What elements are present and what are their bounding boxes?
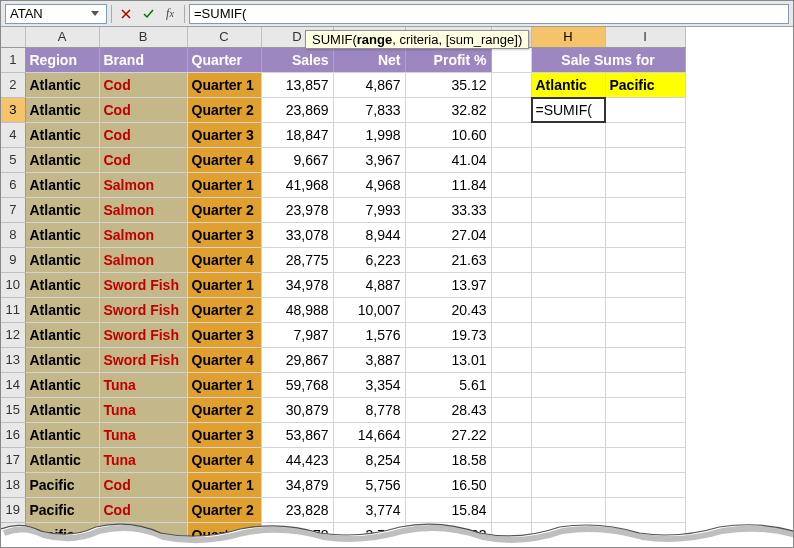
cell-brand-11[interactable]: Sword Fish [99, 297, 187, 322]
cell-region-15[interactable]: Atlantic [25, 397, 99, 422]
cell-quarter-14[interactable]: Quarter 1 [187, 372, 261, 397]
cell-net-14[interactable]: 3,354 [333, 372, 405, 397]
row-header-3[interactable]: 3 [1, 97, 25, 122]
cell-profit-3[interactable]: 32.82 [405, 97, 491, 122]
cell-brand-12[interactable]: Sword Fish [99, 322, 187, 347]
cell-G8[interactable] [491, 222, 531, 247]
cell-H11[interactable] [531, 297, 605, 322]
cell-brand-18[interactable]: Cod [99, 472, 187, 497]
row-header-12[interactable]: 12 [1, 322, 25, 347]
cell-G10[interactable] [491, 272, 531, 297]
cell-net-5[interactable]: 3,967 [333, 147, 405, 172]
spreadsheet-grid[interactable]: ABCDEFGHI 1RegionBrandQuarterSalesNetPro… [1, 27, 793, 547]
cell-sales-16[interactable]: 53,867 [261, 422, 333, 447]
cell-brand-5[interactable]: Cod [99, 147, 187, 172]
row-header-14[interactable]: 14 [1, 372, 25, 397]
cell-profit-7[interactable]: 33.33 [405, 197, 491, 222]
cell-profit-17[interactable]: 18.58 [405, 447, 491, 472]
cell-profit-20[interactable]: 12.03 [405, 522, 491, 547]
row-header-15[interactable]: 15 [1, 397, 25, 422]
cell-brand-19[interactable]: Cod [99, 497, 187, 522]
cell-I6[interactable] [605, 172, 685, 197]
cell-sales-4[interactable]: 18,847 [261, 122, 333, 147]
cell-quarter-18[interactable]: Quarter 1 [187, 472, 261, 497]
cell-G18[interactable] [491, 472, 531, 497]
cell-net-12[interactable]: 1,576 [333, 322, 405, 347]
cell-brand-20[interactable]: Cod [99, 522, 187, 547]
cell-brand-2[interactable]: Cod [99, 72, 187, 97]
header-profit[interactable]: Profit % [405, 47, 491, 72]
cell-G11[interactable] [491, 297, 531, 322]
cell-region-13[interactable]: Atlantic [25, 347, 99, 372]
row-header-7[interactable]: 7 [1, 197, 25, 222]
cell-profit-4[interactable]: 10.60 [405, 122, 491, 147]
row-header-18[interactable]: 18 [1, 472, 25, 497]
cell-G9[interactable] [491, 247, 531, 272]
cell-region-20[interactable]: Pacific [25, 522, 99, 547]
cell-sales-9[interactable]: 28,775 [261, 247, 333, 272]
cell-G13[interactable] [491, 347, 531, 372]
row-header-20[interactable]: 20 [1, 522, 25, 547]
row-header-13[interactable]: 13 [1, 347, 25, 372]
cell-quarter-20[interactable]: Quarter 3 [187, 522, 261, 547]
cell-I8[interactable] [605, 222, 685, 247]
cell-G5[interactable] [491, 147, 531, 172]
cell-quarter-9[interactable]: Quarter 4 [187, 247, 261, 272]
cell-net-9[interactable]: 6,223 [333, 247, 405, 272]
header-region[interactable]: Region [25, 47, 99, 72]
cell-H12[interactable] [531, 322, 605, 347]
row-header-9[interactable]: 9 [1, 247, 25, 272]
cell-region-6[interactable]: Atlantic [25, 172, 99, 197]
cell-sales-2[interactable]: 13,857 [261, 72, 333, 97]
header-sale-sums[interactable]: Sale Sums for [531, 47, 685, 72]
enter-button[interactable] [138, 4, 158, 24]
cell-region-10[interactable]: Atlantic [25, 272, 99, 297]
cell-I5[interactable] [605, 147, 685, 172]
cell-H16[interactable] [531, 422, 605, 447]
row-header-4[interactable]: 4 [1, 122, 25, 147]
cell-profit-8[interactable]: 27.04 [405, 222, 491, 247]
cell-net-6[interactable]: 4,968 [333, 172, 405, 197]
column-header-C[interactable]: C [187, 27, 261, 47]
cell-H18[interactable] [531, 472, 605, 497]
cell-G20[interactable] [491, 522, 531, 547]
cell-brand-15[interactable]: Tuna [99, 397, 187, 422]
cell-net-10[interactable]: 4,887 [333, 272, 405, 297]
cell-region-18[interactable]: Pacific [25, 472, 99, 497]
cell-H6[interactable] [531, 172, 605, 197]
cell-quarter-10[interactable]: Quarter 1 [187, 272, 261, 297]
name-box[interactable]: ATAN [5, 4, 107, 24]
cell-region-8[interactable]: Atlantic [25, 222, 99, 247]
cell-sales-13[interactable]: 29,867 [261, 347, 333, 372]
cell-quarter-2[interactable]: Quarter 1 [187, 72, 261, 97]
cell-quarter-15[interactable]: Quarter 2 [187, 397, 261, 422]
row-header-19[interactable]: 19 [1, 497, 25, 522]
insert-function-button[interactable]: fx [160, 4, 180, 24]
cell-profit-18[interactable]: 16.50 [405, 472, 491, 497]
cell-H15[interactable] [531, 397, 605, 422]
cell-H17[interactable] [531, 447, 605, 472]
cell-sales-12[interactable]: 7,987 [261, 322, 333, 347]
formula-input[interactable]: =SUMIF( [189, 4, 789, 24]
cell-G17[interactable] [491, 447, 531, 472]
cell-G12[interactable] [491, 322, 531, 347]
cell-region-16[interactable]: Atlantic [25, 422, 99, 447]
cell-I2[interactable]: Pacific [605, 72, 685, 97]
cell-quarter-8[interactable]: Quarter 3 [187, 222, 261, 247]
row-header-8[interactable]: 8 [1, 222, 25, 247]
cell-I4[interactable] [605, 122, 685, 147]
cell-quarter-16[interactable]: Quarter 3 [187, 422, 261, 447]
cell-H9[interactable] [531, 247, 605, 272]
cell-profit-11[interactable]: 20.43 [405, 297, 491, 322]
cell-I9[interactable] [605, 247, 685, 272]
cell-brand-17[interactable]: Tuna [99, 447, 187, 472]
column-header-B[interactable]: B [99, 27, 187, 47]
cell-I16[interactable] [605, 422, 685, 447]
cell-H10[interactable] [531, 272, 605, 297]
cell-H5[interactable] [531, 147, 605, 172]
name-box-dropdown-icon[interactable] [88, 7, 102, 21]
cell-profit-10[interactable]: 13.97 [405, 272, 491, 297]
cell-region-4[interactable]: Atlantic [25, 122, 99, 147]
cell-I19[interactable] [605, 497, 685, 522]
cell-quarter-17[interactable]: Quarter 4 [187, 447, 261, 472]
